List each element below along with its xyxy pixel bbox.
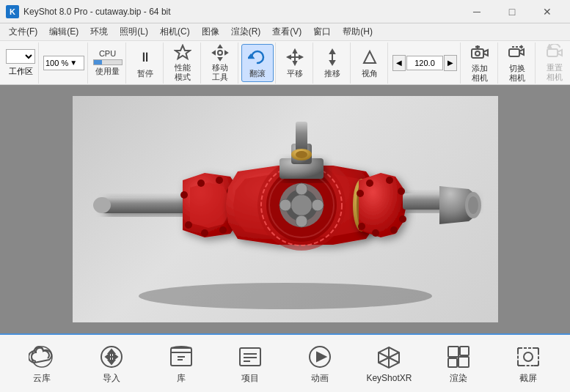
viewangle-button[interactable]: 视角: [354, 44, 386, 82]
resetcam-group: 重置 相机: [537, 42, 570, 84]
svg-point-36: [93, 197, 111, 213]
cpu-label: CPU: [99, 49, 116, 58]
minimize-button[interactable]: ─: [460, 0, 494, 23]
num-left-button[interactable]: ◀: [392, 55, 406, 71]
rotate-button[interactable]: 翻滚: [241, 44, 274, 82]
perf-label: 性能 模式: [175, 63, 191, 81]
svg-point-72: [358, 223, 365, 230]
pan-icon: [285, 47, 305, 67]
svg-rect-97: [448, 358, 457, 367]
svg-rect-61: [296, 122, 307, 151]
resetcam-icon: [544, 44, 565, 62]
percent-dropdown-arrow[interactable]: ▼: [70, 59, 77, 67]
svg-point-55: [279, 199, 291, 211]
svg-marker-10: [225, 51, 227, 54]
percent-group: 100 % ▼: [40, 42, 88, 84]
num-input[interactable]: [406, 56, 443, 70]
viewangle-label: 视角: [362, 69, 378, 78]
menu-lighting[interactable]: 照明(L): [114, 23, 154, 41]
menu-edit[interactable]: 编辑(E): [43, 23, 84, 41]
screenshot-icon: [514, 343, 542, 371]
menu-env[interactable]: 环境: [84, 23, 114, 41]
menu-help[interactable]: 帮助(H): [337, 23, 379, 41]
import-label: 导入: [103, 372, 120, 385]
svg-point-67: [386, 177, 393, 184]
svg-rect-22: [472, 49, 483, 58]
svg-point-57: [296, 183, 307, 195]
viewangle-icon: [359, 47, 380, 67]
project-label: 项目: [241, 372, 259, 385]
dock-cloud[interactable]: 云库: [16, 337, 67, 390]
library-icon: [167, 343, 195, 371]
menu-render[interactable]: 渲染(R): [225, 23, 267, 41]
num-right-button[interactable]: ▶: [444, 55, 457, 71]
svg-marker-19: [330, 50, 335, 53]
dock-screenshot[interactable]: 截屏: [503, 337, 554, 390]
bottom-dock: 云库 导入 库: [0, 333, 570, 392]
svg-marker-83: [114, 354, 117, 360]
render-icon: [445, 343, 472, 371]
move-icon: [210, 44, 230, 62]
import-icon: [98, 343, 125, 371]
pause-label: 暂停: [137, 69, 153, 78]
menu-window[interactable]: 窗口: [307, 23, 337, 41]
title-text: KeyShot 8.0 Pro - cutaway.bip - 64 bit: [23, 7, 460, 17]
resetcam-label: 重置 相机: [547, 63, 563, 81]
svg-rect-26: [509, 49, 519, 56]
pause-group: ⏸ 暂停: [128, 42, 164, 84]
menu-camera[interactable]: 相机(C): [154, 23, 196, 41]
svg-marker-94: [317, 352, 326, 361]
svg-rect-96: [460, 347, 469, 355]
title-bar: K KeyShot 8.0 Pro - cutaway.bip - 64 bit…: [0, 0, 570, 23]
animation-label: 动画: [311, 372, 329, 385]
close-button[interactable]: ✕: [530, 0, 564, 23]
svg-marker-17: [299, 56, 302, 59]
svg-rect-35: [102, 197, 190, 213]
svg-marker-7: [219, 45, 222, 48]
cpu-bar: [93, 59, 123, 65]
menu-bar: 文件(F) 编辑(E) 环境 照明(L) 相机(C) 图像 渲染(R) 查看(V…: [0, 23, 570, 41]
percent-input[interactable]: 100 % ▼: [43, 56, 84, 70]
svg-marker-81: [109, 350, 114, 353]
perf-icon: [172, 44, 193, 62]
svg-point-73: [357, 190, 364, 197]
dock-animation[interactable]: 动画: [294, 337, 346, 390]
keyshotxr-icon: [375, 344, 403, 371]
maximize-button[interactable]: □: [495, 0, 529, 23]
dolly-group: 推移: [315, 42, 351, 84]
menu-image[interactable]: 图像: [196, 23, 225, 41]
switchcam-button[interactable]: 切换 相机: [501, 44, 533, 82]
project-icon: [236, 343, 264, 371]
dock-library[interactable]: 库: [156, 337, 207, 390]
dolly-button[interactable]: 推移: [316, 44, 348, 82]
move-button[interactable]: 移动 工具: [204, 44, 236, 82]
svg-marker-8: [219, 58, 222, 60]
dock-keyshotxr[interactable]: KeyShotXR: [363, 337, 414, 390]
use-label: 使用量: [95, 66, 120, 77]
svg-point-54: [291, 195, 312, 215]
rotate-group: 翻滚: [240, 42, 276, 84]
svg-marker-20: [330, 61, 335, 64]
addcam-button[interactable]: 添加 相机: [464, 44, 496, 82]
svg-point-23: [475, 51, 480, 56]
dock-import[interactable]: 导入: [86, 337, 137, 390]
perf-button[interactable]: 性能 模式: [167, 44, 199, 82]
render-label: 渲染: [450, 372, 467, 385]
viewport[interactable]: [73, 96, 498, 322]
dock-project[interactable]: 项目: [224, 337, 276, 390]
nav-row: ◀ ▶: [392, 55, 457, 71]
workspace-dropdown[interactable]: [6, 49, 35, 64]
resetcam-button[interactable]: 重置 相机: [538, 44, 570, 82]
svg-marker-15: [293, 62, 296, 64]
svg-text:K: K: [10, 7, 15, 16]
svg-point-70: [390, 226, 398, 234]
move-label: 移动 工具: [212, 63, 228, 81]
pause-icon: ⏸: [135, 47, 156, 67]
perf-group: 性能 模式: [165, 42, 201, 84]
menu-file[interactable]: 文件(F): [3, 23, 43, 41]
svg-marker-82: [106, 354, 109, 360]
dock-render[interactable]: 渲染: [433, 337, 484, 390]
pan-button[interactable]: 平移: [279, 44, 311, 82]
menu-view[interactable]: 查看(V): [266, 23, 307, 41]
pause-button[interactable]: ⏸ 暂停: [129, 44, 161, 82]
